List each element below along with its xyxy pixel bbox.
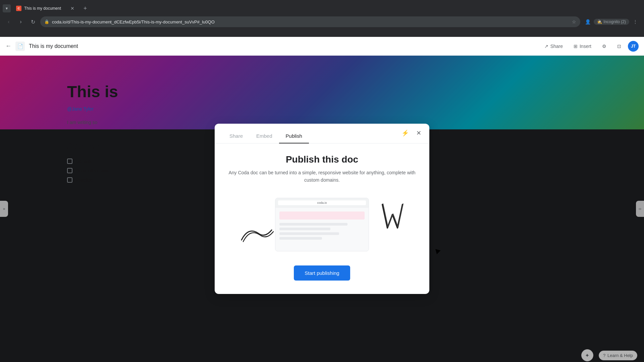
browser-url-text: coda.io xyxy=(278,200,366,205)
url-text: coda.io/d/This-is-my-document_dCEzfwEpb5… xyxy=(52,19,569,24)
forward-button[interactable]: › xyxy=(16,17,25,26)
lock-icon: 🔒 xyxy=(44,19,49,24)
settings-button[interactable]: ⚙ xyxy=(598,42,610,51)
app-container: ← 📄 This is my document ↗ Share ⊞ Insert… xyxy=(0,37,644,362)
user-avatar[interactable]: JT xyxy=(628,41,639,52)
share-button[interactable]: ↗ Share xyxy=(540,42,567,51)
tab-title: This is my document xyxy=(24,6,67,11)
browser-illustration: coda.io xyxy=(275,198,369,251)
incognito-badge: 🕵 Incognito (2) xyxy=(594,19,629,25)
back-button[interactable]: ‹ xyxy=(4,17,13,26)
modal-header: Share Embed Publish ⚡ ✕ xyxy=(215,124,429,143)
address-bar[interactable]: 🔒 coda.io/d/This-is-my-document_dCEzfwEp… xyxy=(40,16,580,27)
nav-bar: ‹ › ↻ 🔒 coda.io/d/This-is-my-document_dC… xyxy=(0,14,644,29)
insert-icon: ⊞ xyxy=(574,44,578,49)
modal-settings-button[interactable]: ⚡ xyxy=(400,128,411,138)
gear-icon: ⚙ xyxy=(602,44,606,49)
modal-close-button[interactable]: ✕ xyxy=(413,128,424,138)
doc-icon: 📄 xyxy=(15,42,25,51)
browser-highlight-block xyxy=(279,212,365,220)
start-publishing-button[interactable]: Start publishing xyxy=(294,265,350,281)
browser-line-2 xyxy=(279,228,330,230)
modal-overlay[interactable]: Share Embed Publish ⚡ ✕ Publish this doc… xyxy=(0,56,644,362)
modal-body: Publish this doc Any Coda doc can be tur… xyxy=(215,143,429,294)
refresh-button[interactable]: ↻ xyxy=(28,17,38,26)
tab-embed[interactable]: Embed xyxy=(250,129,279,143)
modal-title: Publish this doc xyxy=(228,154,416,165)
doc-title-header: This is my document xyxy=(29,43,536,49)
browser-line-1 xyxy=(279,223,347,226)
publish-illustration: coda.io xyxy=(228,194,416,255)
tab-publish[interactable]: Publish xyxy=(279,129,309,143)
back-to-home-button[interactable]: ← xyxy=(5,43,11,50)
nav-actions: 👤 🕵 Incognito (2) ⋮ xyxy=(583,17,640,26)
view-icon: ⊡ xyxy=(617,44,621,49)
browser-content-illustration xyxy=(275,207,369,246)
tab-switcher[interactable]: ▾ xyxy=(3,4,11,12)
browser-chrome: ▾ C This is my document ✕ + ‹ › ↻ 🔒 coda… xyxy=(0,0,644,37)
browser-line-3 xyxy=(279,232,339,235)
bookmark-star-icon[interactable]: ☆ xyxy=(572,19,576,24)
profile-icon-button[interactable]: 👤 xyxy=(583,17,592,26)
tab-bar: ▾ C This is my document ✕ + xyxy=(0,0,644,14)
new-tab-button[interactable]: + xyxy=(80,4,90,13)
share-icon: ↗ xyxy=(544,44,548,49)
modal-description: Any Coda doc can be turned into a simple… xyxy=(228,169,416,184)
incognito-label: Incognito (2) xyxy=(603,19,626,24)
header-actions: ↗ Share ⊞ Insert ⚙ ⊡ JT xyxy=(540,41,639,52)
incognito-icon: 🕵 xyxy=(597,19,602,24)
sketch-decoration-right xyxy=(379,201,406,243)
browser-line-4 xyxy=(279,237,322,240)
browser-bar: coda.io xyxy=(275,198,369,207)
app-header: ← 📄 This is my document ↗ Share ⊞ Insert… xyxy=(0,37,644,56)
active-tab[interactable]: C This is my document ✕ xyxy=(12,3,79,14)
publish-modal: Share Embed Publish ⚡ ✕ Publish this doc… xyxy=(215,124,429,294)
sketch-decoration-left xyxy=(238,220,278,248)
tab-share[interactable]: Share xyxy=(223,129,250,143)
menu-button[interactable]: ⋮ xyxy=(631,17,640,26)
close-icon: ✕ xyxy=(416,129,421,137)
sliders-icon: ⚡ xyxy=(401,129,409,137)
view-button[interactable]: ⊡ xyxy=(613,42,625,51)
tab-favicon: C xyxy=(16,6,21,11)
content-area: » This is @Jane Tyler I am writing so St… xyxy=(0,56,644,362)
tab-close-button[interactable]: ✕ xyxy=(70,6,75,11)
insert-button[interactable]: ⊞ Insert xyxy=(570,42,595,51)
